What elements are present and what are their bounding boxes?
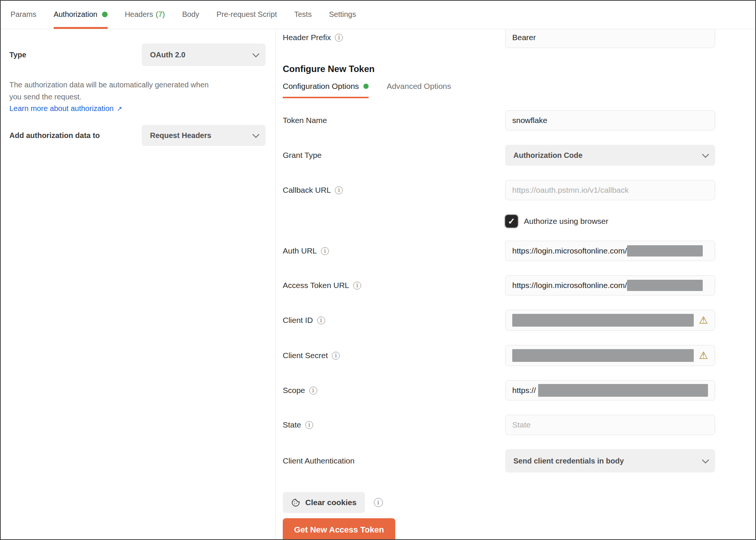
info-icon[interactable]: i: [332, 352, 340, 360]
auth-type-value: OAuth 2.0: [150, 51, 185, 59]
info-icon[interactable]: i: [335, 186, 343, 194]
client-authentication-row-label: Client Authentication: [283, 456, 505, 465]
tab-authorization[interactable]: Authorization: [54, 1, 108, 29]
tab-configuration-options[interactable]: Configuration Options: [283, 82, 369, 98]
clear-cookies-button[interactable]: Clear cookies: [283, 492, 365, 513]
info-icon[interactable]: i: [309, 387, 317, 394]
token-name-row-label: Token Name: [283, 116, 505, 125]
client-id-label: Client ID: [283, 316, 313, 325]
learn-more-link[interactable]: Learn more about authorization ↗: [9, 104, 122, 113]
token-name-label: Token Name: [283, 116, 327, 125]
get-new-access-token-button[interactable]: Get New Access Token: [283, 518, 395, 539]
redacted-value: [512, 349, 694, 362]
callback-url-input[interactable]: [505, 180, 715, 200]
authorize-browser-checkbox[interactable]: ✓: [505, 215, 518, 228]
headers-count-badge: (7): [156, 10, 165, 19]
client-id-input[interactable]: ⚠: [505, 310, 715, 331]
state-label: State: [283, 420, 301, 429]
request-tabbar: Params Authorization Headers (7) Body Pr…: [1, 1, 755, 29]
tab-label: Settings: [329, 10, 356, 19]
checkmark-icon: ✓: [508, 216, 515, 226]
tab-label: Authorization: [54, 10, 98, 19]
auth-url-input[interactable]: https://login.microsoftonline.com/: [505, 241, 715, 261]
tab-label: Configuration Options: [283, 82, 359, 91]
green-dot-icon: [363, 84, 369, 89]
tab-body[interactable]: Body: [182, 1, 200, 29]
info-icon[interactable]: i: [317, 316, 325, 324]
tab-headers[interactable]: Headers (7): [125, 1, 165, 29]
tab-label: Headers: [125, 10, 153, 19]
request-editor-pane: Params Authorization Headers (7) Body Pr…: [0, 0, 756, 540]
tab-label: Pre-request Script: [216, 10, 277, 19]
auth-type-panel: Type OAuth 2.0 The authorization data wi…: [1, 29, 276, 539]
tab-settings[interactable]: Settings: [329, 1, 356, 29]
learn-more-label: Learn more about authorization: [9, 104, 114, 113]
access-token-url-input[interactable]: https://login.microsoftonline.com/: [505, 275, 715, 296]
chevron-down-icon: [702, 151, 709, 158]
authorize-browser-label: Authorize using browser: [524, 217, 608, 226]
header-prefix-label: Header Prefix: [283, 33, 331, 42]
tab-label: Params: [10, 10, 36, 19]
chevron-down-icon: [702, 456, 709, 463]
warning-icon[interactable]: ⚠: [699, 315, 708, 326]
scope-row-label: Scope i: [283, 386, 505, 395]
get-new-access-token-label: Get New Access Token: [294, 525, 384, 535]
state-row-label: State i: [283, 420, 505, 429]
info-icon[interactable]: i: [305, 421, 313, 429]
tab-advanced-options[interactable]: Advanced Options: [387, 82, 451, 98]
tab-label: Advanced Options: [387, 82, 451, 91]
chevron-down-icon: [252, 131, 259, 138]
redacted-value: [627, 245, 703, 256]
auth-url-label: Auth URL: [283, 246, 317, 255]
redacted-value: [538, 384, 708, 397]
token-name-input[interactable]: [505, 110, 715, 130]
tab-label: Tests: [294, 10, 312, 19]
configure-new-token-title: Configure New Token: [283, 64, 755, 74]
tab-tests[interactable]: Tests: [294, 1, 312, 29]
green-dot-icon: [102, 12, 108, 17]
info-icon[interactable]: i: [335, 34, 343, 42]
auth-url-row-label: Auth URL i: [283, 246, 505, 255]
tab-params[interactable]: Params: [10, 1, 36, 29]
grant-type-select[interactable]: Authorization Code: [505, 145, 715, 166]
add-auth-label: Add authorization data to: [9, 131, 100, 140]
info-icon[interactable]: i: [353, 282, 361, 290]
access-token-url-label: Access Token URL: [283, 281, 349, 290]
authorize-using-browser-option[interactable]: ✓ Authorize using browser: [505, 214, 715, 228]
callback-url-row-label: Callback URL i: [283, 186, 505, 195]
client-authentication-label: Client Authentication: [283, 456, 354, 465]
grant-type-row-label: Grant Type: [283, 151, 505, 160]
access-token-url-value: https://login.microsoftonline.com/: [512, 281, 627, 290]
client-authentication-select[interactable]: Send client credentials in body: [505, 449, 715, 472]
auth-type-select[interactable]: OAuth 2.0: [142, 44, 266, 66]
scope-input[interactable]: https://: [505, 380, 715, 400]
token-config-tabs: Configuration Options Advanced Options: [283, 82, 755, 98]
scope-label: Scope: [283, 386, 305, 395]
header-prefix-input[interactable]: [505, 29, 715, 48]
header-prefix-row-label: Header Prefix i: [283, 33, 505, 42]
add-auth-select[interactable]: Request Headers: [142, 125, 266, 146]
clear-cookies-label: Clear cookies: [305, 498, 357, 507]
tab-pre-request-script[interactable]: Pre-request Script: [216, 1, 277, 29]
client-secret-row-label: Client Secret i: [283, 351, 505, 360]
cookie-icon: [291, 498, 300, 507]
add-auth-value: Request Headers: [150, 131, 211, 140]
type-label: Type: [9, 51, 26, 59]
info-icon[interactable]: i: [374, 498, 383, 507]
grant-type-value: Authorization Code: [513, 151, 582, 160]
chevron-down-icon: [252, 50, 259, 57]
auth-url-value: https://login.microsoftonline.com/: [512, 246, 627, 255]
grant-type-label: Grant Type: [283, 151, 322, 160]
access-token-url-row-label: Access Token URL i: [283, 281, 505, 290]
client-secret-input[interactable]: ⚠: [505, 345, 715, 366]
tab-label: Body: [182, 10, 200, 19]
state-input[interactable]: [505, 415, 715, 435]
info-icon[interactable]: i: [321, 247, 329, 255]
redacted-value: [627, 280, 703, 291]
auth-description: The authorization data will be automatic…: [9, 79, 214, 103]
client-id-row-label: Client ID i: [283, 316, 505, 325]
scope-value: https://: [512, 386, 536, 395]
warning-icon[interactable]: ⚠: [699, 351, 708, 361]
external-link-icon: ↗: [117, 105, 122, 113]
oauth-config-panel: Header Prefix i Configure New Token Conf…: [276, 29, 755, 539]
